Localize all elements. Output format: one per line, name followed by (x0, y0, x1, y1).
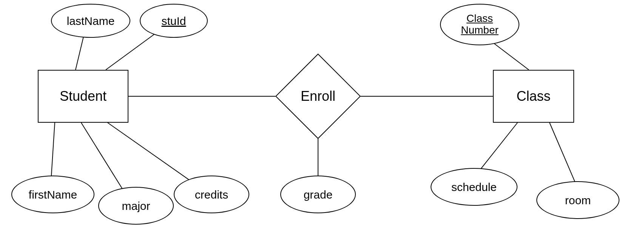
svg-line-3 (81, 123, 125, 193)
relationship-enroll: Enroll (288, 66, 348, 126)
attr-firstname-label: firstName (29, 188, 77, 201)
entity-class: Class (493, 70, 574, 123)
attr-grade-label: grade (304, 188, 333, 201)
attr-credits-label: credits (195, 188, 228, 201)
attr-room-label: room (565, 194, 591, 206)
svg-line-2 (51, 123, 55, 181)
entity-student-label: Student (60, 88, 107, 104)
attr-schedule: schedule (431, 168, 517, 206)
attr-major-label: major (122, 200, 150, 212)
entity-class-label: Class (516, 88, 550, 104)
er-diagram: Student Class Enroll lastName stuId firs… (0, 0, 644, 245)
attr-credits: credits (174, 176, 249, 213)
attr-grade: grade (280, 176, 356, 213)
attr-lastname-label: lastName (67, 15, 115, 27)
attr-classnumber-label: Class Number (461, 13, 499, 36)
attr-schedule-label: schedule (451, 181, 497, 193)
attr-stuid: stuId (140, 4, 208, 38)
attr-lastname: lastName (51, 4, 130, 38)
entity-student: Student (38, 70, 128, 123)
attr-classnumber: Class Number (440, 4, 519, 45)
relationship-enroll-label: Enroll (301, 88, 335, 104)
attr-major: major (98, 187, 174, 225)
attr-firstname: firstName (11, 176, 94, 213)
svg-line-4 (108, 123, 196, 185)
attr-stuid-label: stuId (161, 15, 186, 27)
svg-line-10 (550, 123, 578, 189)
attr-room: room (536, 181, 619, 219)
